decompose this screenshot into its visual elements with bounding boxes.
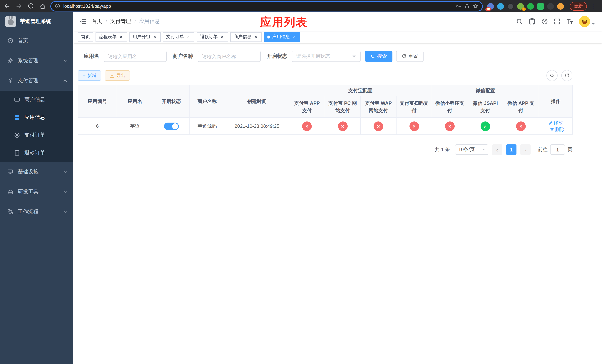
refresh-table-button[interactable]	[561, 70, 572, 81]
share-icon[interactable]	[464, 3, 470, 9]
select-caret-icon	[353, 55, 356, 59]
tab-pay-order[interactable]: 支付订单×	[163, 32, 194, 42]
sidebar-item-home[interactable]: 首页	[0, 31, 73, 51]
navbar-actions	[516, 16, 602, 27]
extension-icon[interactable]	[527, 3, 534, 10]
search-icon[interactable]	[516, 18, 523, 25]
sidebar-item-system[interactable]: 系统管理	[0, 51, 73, 71]
tab-app-info[interactable]: 应用信息×	[264, 32, 300, 42]
next-page-button[interactable]: ›	[520, 144, 531, 155]
forward-icon[interactable]	[16, 3, 22, 10]
tab-merchant-info[interactable]: 商户信息×	[230, 32, 262, 42]
page-number-1[interactable]: 1	[506, 144, 516, 155]
extension-icon[interactable]: 10	[487, 3, 494, 10]
app-title: 芋道管理系统	[20, 18, 51, 25]
delete-link[interactable]: 删除	[550, 126, 565, 133]
goto-label: 前往	[538, 146, 548, 153]
main-content: 应用名 商户名称 开启状态 请选择开启状态 搜索 重置 + 新增	[73, 43, 602, 364]
gear-icon	[7, 58, 13, 64]
toggle-search-button[interactable]	[547, 70, 558, 81]
bank-card-icon	[14, 97, 20, 103]
search-icon	[550, 73, 554, 78]
close-icon[interactable]: ×	[118, 34, 124, 39]
extension-icon[interactable]: 1	[517, 3, 524, 10]
back-icon[interactable]	[4, 3, 10, 10]
info-icon[interactable]	[55, 3, 60, 9]
sidebar-item-refund-order[interactable]: 退款订单	[0, 144, 73, 162]
sidebar-item-dev-tools[interactable]: 研发工具	[0, 182, 73, 202]
extension-icon[interactable]	[497, 3, 504, 10]
fullscreen-icon[interactable]	[554, 18, 560, 25]
extension-icon[interactable]	[507, 3, 514, 10]
monitor-icon	[7, 169, 13, 175]
tab-home[interactable]: 首页	[78, 32, 93, 42]
app-name-label: 应用名	[84, 53, 99, 60]
cell-alipay-qr: ×	[396, 118, 432, 135]
refresh-icon	[402, 54, 407, 59]
search-button[interactable]: 搜索	[365, 51, 392, 62]
add-button[interactable]: + 新增	[78, 70, 101, 81]
help-icon[interactable]	[541, 18, 548, 25]
close-icon[interactable]: ×	[253, 34, 258, 39]
sidebar-item-pay-order[interactable]: 支付订单	[0, 126, 73, 144]
close-icon[interactable]: ×	[152, 34, 157, 39]
github-icon[interactable]	[529, 18, 535, 25]
url-bar[interactable]: localhost:1024/pay/app	[50, 1, 483, 11]
tab-refund-order[interactable]: 退款订单×	[197, 32, 228, 42]
browser-menu-icon[interactable]: ⋮	[590, 3, 598, 10]
breadcrumb-current: 应用信息	[139, 18, 160, 25]
close-icon[interactable]: ×	[186, 34, 191, 39]
breadcrumb: 首页 / 支付管理 / 应用信息	[92, 18, 160, 25]
status-ok-icon: ✓	[481, 121, 490, 131]
cell-wechat-app: ×	[503, 118, 539, 135]
breadcrumb-home[interactable]: 首页	[92, 18, 102, 25]
navbar: 首页 / 支付管理 / 应用信息 应用列表	[73, 12, 602, 31]
chrome-update-button[interactable]: 更新	[570, 2, 587, 11]
export-button[interactable]: 导出	[105, 70, 130, 81]
toolbox-icon	[7, 189, 13, 195]
sidebar-item-merchant-info[interactable]: 商户信息	[0, 91, 73, 108]
screen: localhost:1024/pay/app 10 1 更新 ⋮ 芋道管理系统	[0, 0, 602, 364]
tab-user-group[interactable]: 用户分组×	[129, 32, 161, 42]
sidebar-item-app-info[interactable]: 应用信息	[0, 108, 73, 126]
key-icon[interactable]	[456, 3, 461, 9]
col-alipay-wap: 支付宝 WAP 网站支付	[360, 96, 396, 118]
font-size-icon[interactable]	[567, 18, 573, 25]
extension-icon[interactable]	[547, 3, 554, 10]
table-toolbar: + 新增 导出	[78, 70, 572, 81]
app-name-input[interactable]	[104, 51, 167, 62]
page-size-select[interactable]: 10条/页	[455, 144, 488, 155]
cell-actions: 修改 删除	[539, 118, 573, 135]
tab-process-form[interactable]: 流程表单×	[96, 32, 127, 42]
bookmark-star-icon[interactable]	[473, 3, 478, 9]
avatar-caret-icon	[592, 23, 595, 26]
user-avatar[interactable]	[579, 16, 595, 27]
home-icon[interactable]	[39, 3, 46, 10]
merchant-name-input[interactable]	[198, 51, 261, 62]
sidebar-item-workflow[interactable]: 工作流程	[0, 202, 73, 222]
breadcrumb-section[interactable]: 支付管理	[110, 18, 131, 25]
sidebar-fold-icon[interactable]	[79, 18, 87, 25]
prev-page-button[interactable]: ‹	[492, 144, 502, 155]
chevron-down-icon	[63, 210, 67, 214]
cell-alipay-pc: ×	[325, 118, 360, 135]
status-select[interactable]: 请选择开启状态	[292, 51, 361, 62]
profile-avatar-icon[interactable]	[557, 3, 564, 10]
status-fail-icon: ×	[302, 121, 312, 131]
reload-icon[interactable]	[27, 3, 34, 10]
edit-link[interactable]: 修改	[548, 119, 563, 126]
goto-page-input[interactable]	[550, 144, 565, 155]
status-toggle[interactable]	[164, 122, 179, 130]
sidebar-item-infra[interactable]: 基础设施	[0, 162, 73, 182]
reset-button[interactable]: 重置	[396, 51, 424, 62]
col-created: 创建时间	[225, 85, 289, 118]
close-icon[interactable]: ×	[220, 34, 225, 39]
extension-badge: 1	[522, 7, 526, 11]
refresh-icon	[564, 73, 569, 78]
sidebar-item-payment[interactable]: 支付管理	[0, 71, 73, 91]
extension-icon[interactable]	[537, 3, 544, 10]
table-row: 6 芋道 芋道源码 2021-10-23 08:49:25 × × × × × …	[78, 118, 573, 135]
cell-wechat-mini: ×	[432, 118, 468, 135]
close-icon[interactable]: ×	[292, 34, 297, 39]
total-count: 共 1 条	[435, 146, 450, 153]
